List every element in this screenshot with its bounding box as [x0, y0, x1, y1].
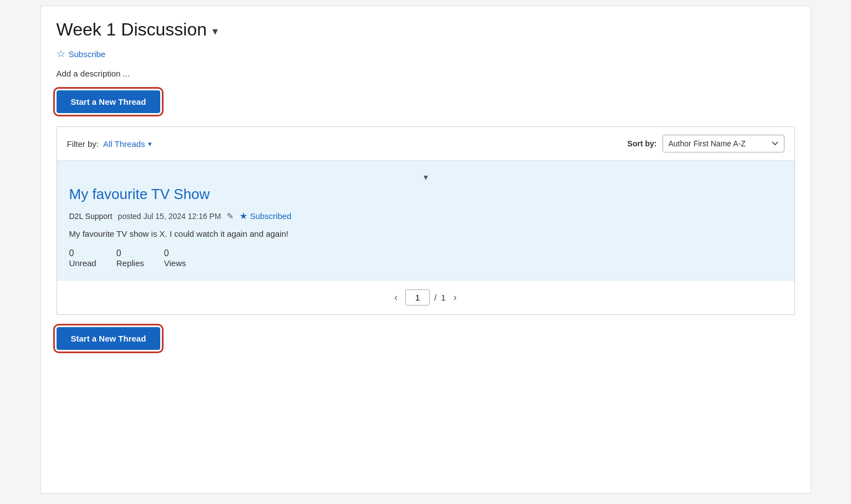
thread-stats: 0 Unread 0 Replies 0 Views	[69, 248, 782, 268]
page-container: Week 1 Discussion ▾ ☆ Subscribe Add a de…	[40, 6, 811, 493]
filter-chevron-icon: ▾	[148, 140, 152, 148]
subscribed-label: Subscribed	[250, 211, 292, 221]
thread-posted-text: posted Jul 15, 2024 12:16 PM	[118, 212, 221, 221]
thread-collapse-icon[interactable]: ▾	[424, 172, 428, 182]
unread-label: Unread	[69, 258, 96, 268]
bottom-btn-row: Start a New Thread	[57, 327, 795, 363]
replies-stat: 0 Replies	[116, 248, 144, 268]
threads-panel: Filter by: All Threads ▾ Sort by: Author…	[57, 126, 795, 315]
sort-label: Sort by:	[628, 139, 657, 148]
filter-label: Filter by:	[67, 139, 99, 149]
filter-row: Filter by: All Threads ▾	[67, 139, 152, 149]
thread-meta: D2L Support posted Jul 15, 2024 12:16 PM…	[69, 211, 782, 221]
total-pages: 1	[441, 293, 445, 302]
subscribe-row: ☆ Subscribe	[57, 48, 795, 60]
unread-stat: 0 Unread	[69, 248, 96, 268]
title-chevron-icon[interactable]: ▾	[212, 24, 218, 38]
prev-page-button[interactable]: ‹	[391, 291, 401, 304]
page-number-input[interactable]	[405, 289, 430, 306]
replies-label: Replies	[116, 258, 144, 268]
pagination-row: ‹ / 1 ›	[57, 281, 794, 314]
thread-author: D2L Support	[69, 212, 113, 221]
subscribed-star-icon: ★	[239, 211, 247, 221]
thread-collapse-row: ▾	[69, 172, 782, 182]
sort-row: Sort by: Author First Name A-Z Author La…	[628, 135, 784, 152]
new-thread-button-top[interactable]: Start a New Thread	[57, 90, 161, 113]
replies-count: 0	[116, 248, 121, 258]
subscribe-link[interactable]: Subscribe	[69, 49, 106, 59]
thread-title-link[interactable]: My favourite TV Show	[69, 186, 782, 203]
views-count: 0	[164, 248, 169, 258]
new-thread-button-bottom[interactable]: Start a New Thread	[57, 327, 161, 350]
thread-item: ▾ My favourite TV Show D2L Support poste…	[57, 161, 794, 281]
filter-value: All Threads	[103, 139, 145, 149]
description-text: Add a description ...	[57, 69, 795, 78]
views-stat: 0 Views	[164, 248, 186, 268]
threads-header: Filter by: All Threads ▾ Sort by: Author…	[57, 127, 794, 161]
sort-select[interactable]: Author First Name A-Z Author Last Name A…	[663, 135, 784, 152]
thread-content: My favourite TV show is X. I could watch…	[69, 229, 782, 238]
thread-subscribed-button[interactable]: ★ Subscribed	[239, 211, 292, 221]
views-label: Views	[164, 258, 186, 268]
page-title: Week 1 Discussion	[57, 19, 207, 40]
thread-edit-icon[interactable]: ✎	[227, 211, 234, 221]
title-row: Week 1 Discussion ▾	[57, 19, 795, 40]
next-page-button[interactable]: ›	[450, 291, 460, 304]
filter-dropdown[interactable]: All Threads ▾	[103, 139, 152, 149]
page-separator: /	[434, 293, 436, 302]
unread-count: 0	[69, 248, 74, 258]
subscribe-star-icon: ☆	[57, 48, 65, 60]
